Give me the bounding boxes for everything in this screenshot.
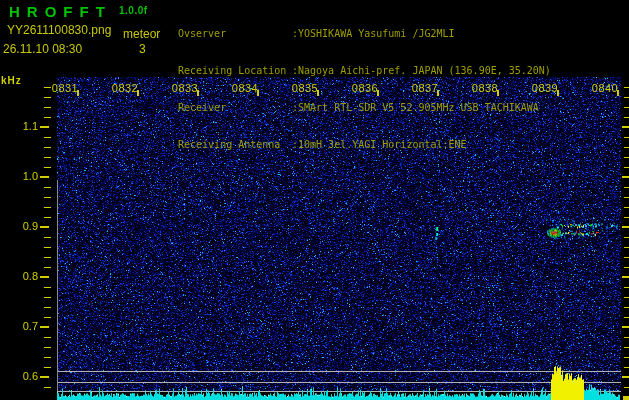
freq-tick-label: 0.9 bbox=[0, 220, 38, 232]
station-row-observer: Ovserver:YOSHIKAWA Yasufumi /JG2MLI bbox=[178, 28, 551, 40]
time-tick-label: 0834 bbox=[232, 82, 258, 94]
observation-datetime: 26.11.10 08:30 bbox=[3, 42, 82, 56]
station-value: :YOSHIKAWA Yasufumi /JG2MLI bbox=[292, 28, 455, 39]
station-label: Ovserver bbox=[178, 28, 292, 40]
mode-label: meteor bbox=[123, 27, 160, 41]
freq-tick-label: 1.0 bbox=[0, 170, 38, 182]
station-value: :SMArt RTL-SDR V5 52.905MHz USB TACHIKAW… bbox=[292, 102, 539, 113]
freq-tick-label: 1.1 bbox=[0, 120, 38, 132]
output-filename: YY2611100830.png bbox=[7, 23, 111, 37]
hrofft-window: HROFFT 1.0.0f YY2611100830.png meteor 26… bbox=[0, 0, 629, 400]
time-tick-label: 0832 bbox=[112, 82, 138, 94]
time-tick-label: 0839 bbox=[532, 82, 558, 94]
time-tick-label: 0831 bbox=[52, 82, 78, 94]
freq-tick-label: 0.8 bbox=[0, 270, 38, 282]
echo-count: 3 bbox=[139, 42, 146, 56]
time-tick-label: 0840 bbox=[592, 82, 618, 94]
time-tick-label: 0838 bbox=[472, 82, 498, 94]
station-label: Receiving Antenna bbox=[178, 139, 292, 151]
station-label: Receiver bbox=[178, 102, 292, 114]
station-row-location: Receiving Location:Nagoya Aichi-pref. JA… bbox=[178, 65, 551, 77]
time-tick-label: 0836 bbox=[352, 82, 378, 94]
freq-axis-unit-label: kHz bbox=[1, 75, 22, 86]
time-tick-label: 0833 bbox=[172, 82, 198, 94]
station-value: :Nagoya Aichi-pref. JAPAN (136.90E, 35.2… bbox=[292, 65, 551, 76]
station-row-antenna: Receiving Antenna:10mH 3el.YAGI Horizont… bbox=[178, 139, 551, 151]
freq-tick-label: 0.6 bbox=[0, 370, 38, 382]
freq-tick-label: 0.7 bbox=[0, 320, 38, 332]
time-tick-label: 0835 bbox=[292, 82, 318, 94]
time-tick-label: 0837 bbox=[412, 82, 438, 94]
app-title: HROFFT bbox=[9, 3, 112, 20]
station-value: :10mH 3el.YAGI Horizontal:ENE bbox=[292, 139, 467, 150]
station-label: Receiving Location bbox=[178, 65, 292, 77]
app-version: 1.0.0f bbox=[119, 5, 148, 16]
station-row-receiver: Receiver:SMArt RTL-SDR V5 52.905MHz USB … bbox=[178, 102, 551, 114]
